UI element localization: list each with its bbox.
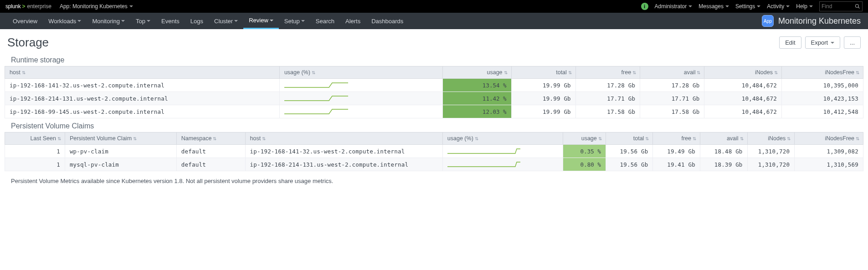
col-header[interactable]: usage⇅ <box>442 66 511 79</box>
col-header[interactable]: usage (%)⇅ <box>279 66 442 79</box>
more-button[interactable]: ... <box>844 36 861 49</box>
cell-avail: 18.39 Gb <box>700 158 747 171</box>
nav-item-search[interactable]: Search <box>310 13 340 29</box>
find-input[interactable] <box>822 3 849 10</box>
col-header[interactable]: iNodesFree⇅ <box>795 132 863 145</box>
cell-pvc: wp-pv-claim <box>65 145 176 158</box>
col-header[interactable]: iNodesFree⇅ <box>781 66 863 79</box>
cell-free: 17.58 Gb <box>575 105 640 118</box>
caret-down-icon <box>234 20 238 22</box>
cell-inodes: 1,310,720 <box>747 158 795 171</box>
col-header[interactable]: Persistent Volume Claim⇅ <box>65 132 176 145</box>
logo-text-splunk: splunk <box>5 3 21 10</box>
nav-item-workloads[interactable]: Workloads <box>43 13 87 29</box>
nav-item-overview[interactable]: Overview <box>7 13 43 29</box>
col-header[interactable]: host⇅ <box>5 66 280 79</box>
nav-item-alerts[interactable]: Alerts <box>340 13 366 29</box>
col-header[interactable]: usage⇅ <box>563 132 606 145</box>
user-menu[interactable]: Administrator <box>655 3 693 10</box>
cell-usage-pct: 12.03 % <box>442 105 511 118</box>
app-badge-icon: App <box>762 15 774 27</box>
edit-button[interactable]: Edit <box>779 36 801 49</box>
cell-inodes-free: 10,412,548 <box>781 105 863 118</box>
global-top-right: i Administrator Messages Settings Activi… <box>641 1 863 11</box>
caret-down-icon <box>77 20 81 22</box>
logo-chevron-icon: > <box>22 3 26 10</box>
table-row: ip-192-168-214-131.us-west-2.compute.int… <box>5 92 863 105</box>
sort-arrows-icon: ⇅ <box>740 136 743 141</box>
help-menu[interactable]: Help <box>796 3 813 10</box>
sparkline <box>447 148 520 155</box>
nav-item-top[interactable]: Top <box>130 13 156 29</box>
caret-down-icon <box>786 5 790 7</box>
app-switcher[interactable]: App: Monitoring Kubernetes <box>60 3 133 10</box>
settings-menu[interactable]: Settings <box>735 3 760 10</box>
export-button[interactable]: Export <box>805 36 841 49</box>
sparkline <box>284 82 348 89</box>
col-header[interactable]: total⇅ <box>511 66 575 79</box>
info-icon[interactable]: i <box>641 3 648 10</box>
cell-usage-pct: 13.54 % <box>442 79 511 92</box>
col-header[interactable]: free⇅ <box>653 132 700 145</box>
app-navbar: OverviewWorkloadsMonitoringTopEventsLogs… <box>0 13 868 29</box>
cell-inodes: 10,484,672 <box>704 105 782 118</box>
cell-inodes-free: 10,423,153 <box>781 92 863 105</box>
nav-item-label: Overview <box>13 18 37 25</box>
sort-arrows-icon: ⇅ <box>57 136 60 141</box>
nav-item-dashboards[interactable]: Dashboards <box>366 13 409 29</box>
cell-pvc: mysql-pv-claim <box>65 158 176 171</box>
cell-inodes: 10,484,672 <box>704 92 782 105</box>
cell-usage-pct: 0.35 % <box>563 145 606 158</box>
cell-total: 19.56 Gb <box>606 158 653 171</box>
activity-menu[interactable]: Activity <box>767 3 790 10</box>
sort-arrows-icon: ⇅ <box>774 70 777 75</box>
nav-item-setup[interactable]: Setup <box>279 13 310 29</box>
cell-usage-pct: 0.80 % <box>563 158 606 171</box>
table-row: ip-192-168-99-145.us-west-2.compute.inte… <box>5 105 863 118</box>
caret-down-icon <box>831 42 834 44</box>
col-header[interactable]: host⇅ <box>245 132 442 145</box>
col-header[interactable]: total⇅ <box>606 132 653 145</box>
nav-item-label: Logs <box>190 18 203 25</box>
sort-arrows-icon: ⇅ <box>598 136 601 141</box>
table-row: ip-192-168-141-32.us-west-2.compute.inte… <box>5 79 863 92</box>
nav-item-monitoring[interactable]: Monitoring <box>87 13 130 29</box>
col-header[interactable]: iNodes⇅ <box>747 132 795 145</box>
app-name-label: Monitoring Kubernetes <box>778 16 861 26</box>
col-header[interactable]: avail⇅ <box>640 66 704 79</box>
cell-last-seen: 1 <box>5 145 65 158</box>
find-box[interactable] <box>819 1 863 11</box>
cell-total: 19.99 Gb <box>511 92 575 105</box>
help-label: Help <box>796 3 807 10</box>
caret-down-icon <box>809 5 813 7</box>
nav-item-logs[interactable]: Logs <box>185 13 209 29</box>
cell-total: 19.99 Gb <box>511 105 575 118</box>
cell-usage-pct-spark <box>442 158 563 171</box>
col-header[interactable]: free⇅ <box>575 66 640 79</box>
cell-last-seen: 1 <box>5 158 65 171</box>
sort-arrows-icon: ⇅ <box>475 136 478 141</box>
nav-item-cluster[interactable]: Cluster <box>209 13 243 29</box>
messages-menu[interactable]: Messages <box>699 3 729 10</box>
table-row: 1mysql-pv-claimdefaultip-192-168-214-131… <box>5 158 863 171</box>
cell-host: ip-192-168-141-32.us-west-2.compute.inte… <box>245 145 442 158</box>
nav-item-label: Setup <box>284 18 300 25</box>
nav-item-review[interactable]: Review <box>243 13 279 29</box>
col-header[interactable]: iNodes⇅ <box>704 66 782 79</box>
col-header[interactable]: avail⇅ <box>700 132 747 145</box>
col-header[interactable]: Last Seen⇅ <box>5 132 65 145</box>
cell-inodes-free: 1,309,082 <box>795 145 863 158</box>
sparkline <box>284 108 348 115</box>
cell-avail: 17.28 Gb <box>640 79 704 92</box>
col-header[interactable]: usage (%)⇅ <box>442 132 563 145</box>
section-title-runtime: Runtime storage <box>0 52 868 66</box>
nav-item-events[interactable]: Events <box>156 13 185 29</box>
table-row: 1wp-pv-claimdefaultip-192-168-141-32.us-… <box>5 145 863 158</box>
cell-usage-pct-spark <box>442 145 563 158</box>
sort-arrows-icon: ⇅ <box>262 136 265 141</box>
sort-arrows-icon: ⇅ <box>133 136 136 141</box>
col-header[interactable]: Namespace⇅ <box>176 132 245 145</box>
nav-item-label: Workloads <box>48 18 76 25</box>
nav-item-label: Events <box>161 18 180 25</box>
nav-item-label: Search <box>316 18 334 25</box>
